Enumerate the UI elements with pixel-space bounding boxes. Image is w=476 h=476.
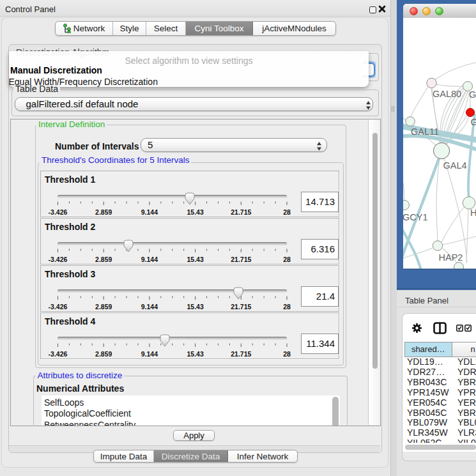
svg-text:GCY1: GCY1 xyxy=(403,212,428,222)
svg-text:G: G xyxy=(471,117,476,127)
svg-text:HAP2: HAP2 xyxy=(439,252,463,263)
svg-text:GAL80: GAL80 xyxy=(433,89,461,99)
svg-text:GAL4: GAL4 xyxy=(443,160,467,171)
svg-text:H: H xyxy=(470,208,476,218)
svg-text:GAL11: GAL11 xyxy=(411,127,439,137)
svg-text:GA: GA xyxy=(469,89,476,100)
